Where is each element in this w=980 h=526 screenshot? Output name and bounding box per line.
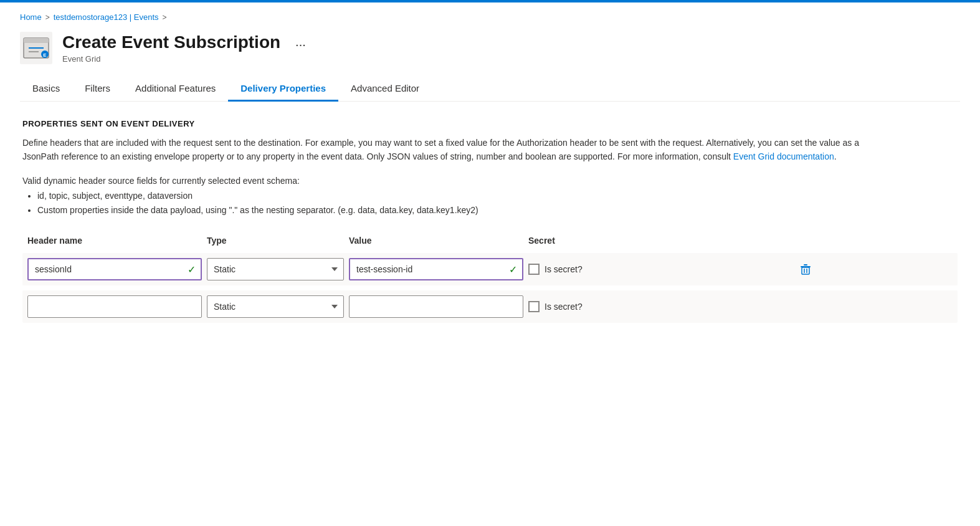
row1-type-select[interactable]: Static Dynamic bbox=[207, 258, 344, 280]
description-text-2: . bbox=[834, 151, 837, 161]
col-header-value: Value bbox=[349, 233, 523, 248]
row1-is-secret-label: Is secret? bbox=[545, 264, 583, 274]
svg-text:E: E bbox=[43, 52, 47, 58]
page-title: Create Event Subscription bbox=[62, 32, 280, 53]
row1-value-check-icon: ✓ bbox=[509, 264, 517, 275]
svg-rect-8 bbox=[804, 264, 807, 265]
page-subtitle: Event Grid bbox=[62, 54, 311, 64]
row1-delete-button[interactable] bbox=[658, 261, 953, 278]
table-row: Static Dynamic Is secret? bbox=[22, 290, 958, 323]
row2-value-cell bbox=[349, 295, 523, 318]
tab-additional-features[interactable]: Additional Features bbox=[123, 77, 228, 102]
page-header: E Create Event Subscription ... Event Gr… bbox=[20, 32, 960, 64]
valid-fields-intro: Valid dynamic header source fields for c… bbox=[22, 174, 958, 189]
breadcrumb: Home > testdemostorage123 | Events > bbox=[20, 12, 960, 22]
valid-field-2: Custom properties inside the data payloa… bbox=[37, 203, 958, 218]
col-header-secret: Secret bbox=[528, 233, 653, 248]
col-header-name: Header name bbox=[27, 233, 202, 248]
row2-is-secret-checkbox[interactable] bbox=[528, 301, 540, 312]
tab-filters[interactable]: Filters bbox=[72, 77, 123, 102]
content-area: PROPERTIES SENT ON EVENT DELIVERY Define… bbox=[20, 119, 960, 323]
valid-fields: Valid dynamic header source fields for c… bbox=[22, 174, 958, 218]
col-header-type: Type bbox=[207, 233, 344, 248]
row1-delete-icon bbox=[799, 263, 812, 275]
row2-type-select[interactable]: Static Dynamic bbox=[207, 295, 344, 318]
tabs-container: Basics Filters Additional Features Deliv… bbox=[20, 77, 960, 102]
row2-header-name-cell bbox=[27, 295, 202, 318]
row1-secret-cell: Is secret? bbox=[528, 264, 653, 275]
row1-header-name-input[interactable] bbox=[27, 258, 202, 280]
row1-is-secret-checkbox[interactable] bbox=[528, 264, 540, 275]
ellipsis-button[interactable]: ... bbox=[290, 32, 311, 52]
page-container: Home > testdemostorage123 | Events > E C… bbox=[0, 2, 980, 338]
row2-type-select-wrapper: Static Dynamic bbox=[207, 295, 344, 318]
breadcrumb-home[interactable]: Home bbox=[20, 12, 42, 22]
breadcrumb-sep-1: > bbox=[45, 13, 50, 22]
table-row: ✓ Static Dynamic ✓ Is secret? bbox=[22, 253, 958, 285]
svg-rect-9 bbox=[802, 267, 809, 274]
row1-header-name-cell: ✓ bbox=[27, 258, 202, 280]
breadcrumb-sep-2: > bbox=[163, 13, 167, 22]
row2-header-name-input[interactable] bbox=[27, 295, 202, 318]
valid-field-1: id, topic, subject, eventtype, dataversi… bbox=[37, 189, 958, 204]
row1-check-icon: ✓ bbox=[188, 264, 196, 275]
section-heading: PROPERTIES SENT ON EVENT DELIVERY bbox=[22, 119, 958, 128]
event-grid-icon: E bbox=[20, 32, 52, 64]
row1-value-input[interactable] bbox=[349, 258, 523, 280]
svg-rect-2 bbox=[24, 38, 49, 43]
page-title-block: Create Event Subscription ... Event Grid bbox=[62, 32, 311, 64]
breadcrumb-events[interactable]: testdemostorage123 | Events bbox=[54, 12, 159, 22]
row2-is-secret-label: Is secret? bbox=[545, 302, 583, 312]
event-grid-doc-link[interactable]: Event Grid documentation bbox=[733, 151, 834, 161]
tab-basics[interactable]: Basics bbox=[20, 77, 72, 102]
row2-value-input[interactable] bbox=[349, 295, 523, 318]
tab-delivery-properties[interactable]: Delivery Properties bbox=[228, 77, 338, 102]
tab-advanced-editor[interactable]: Advanced Editor bbox=[338, 77, 432, 102]
row2-secret-cell: Is secret? bbox=[528, 301, 653, 312]
table-section: Header name Type Value Secret ✓ Static D… bbox=[22, 233, 958, 323]
row1-value-cell: ✓ bbox=[349, 258, 523, 280]
table-header-row: Header name Type Value Secret bbox=[22, 233, 958, 248]
description: Define headers that are included with th… bbox=[22, 136, 895, 164]
row1-type-select-wrapper: Static Dynamic bbox=[207, 258, 344, 280]
